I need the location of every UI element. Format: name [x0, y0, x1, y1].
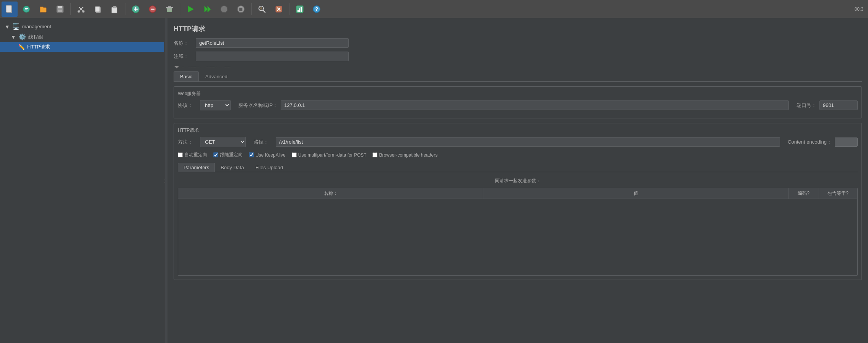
port-input[interactable] — [819, 100, 858, 110]
open-templates-btn[interactable] — [18, 2, 34, 17]
name-label: 名称： — [174, 40, 193, 47]
sep2 — [125, 3, 125, 15]
svg-rect-3 — [25, 8, 28, 9]
management-icon: 🖥️ — [12, 23, 20, 30]
web-server-row: 协议： http https 服务器名称或IP： 端口号： — [178, 100, 858, 110]
name-input[interactable] — [196, 38, 349, 48]
expand-icon: ▼ — [5, 24, 10, 30]
params-table-header: 名称： 值 编码? 包含等于? — [178, 188, 857, 199]
keep-alive-label: Use KeepAlive — [255, 152, 286, 158]
params-header-msg: 同请求一起发送参数： — [178, 175, 858, 186]
svg-point-25 — [221, 6, 228, 13]
stop-btn[interactable] — [216, 2, 232, 17]
comment-row: 注释： — [174, 52, 862, 61]
col-encode: 编码? — [788, 188, 819, 199]
svg-marker-40 — [174, 66, 179, 68]
sep5 — [289, 3, 289, 15]
svg-text:?: ? — [315, 6, 319, 12]
keep-alive-item: Use KeepAlive — [249, 152, 286, 158]
svg-rect-15 — [113, 6, 116, 8]
resize-handle[interactable]: ⋮⋮ — [164, 18, 167, 343]
protocol-select[interactable]: http https — [200, 100, 231, 110]
help-btn[interactable]: ? — [309, 2, 325, 17]
collapse-arrow[interactable]: ········································… — [174, 65, 862, 69]
http-request-title: HTTP请求 — [178, 127, 858, 134]
svg-point-2 — [23, 6, 29, 12]
svg-line-29 — [263, 10, 265, 13]
run-btn[interactable] — [182, 2, 198, 17]
col-name: 名称： — [178, 188, 483, 199]
cut-btn[interactable] — [73, 2, 89, 17]
main-tabs: Basic Advanced — [174, 71, 862, 82]
server-label: 服务器名称或IP： — [238, 102, 278, 109]
web-server-section: Web服务器 协议： http https 服务器名称或IP： 端口号： — [174, 86, 862, 118]
http-request-icon: ✏️ — [18, 44, 25, 50]
col-equals: 包含等于? — [819, 188, 857, 199]
clear-btn[interactable] — [161, 2, 177, 17]
svg-marker-22 — [188, 6, 193, 12]
follow-redirect-checkbox[interactable] — [213, 152, 218, 157]
stop-all-btn[interactable] — [233, 2, 249, 17]
new-file-btn[interactable] — [2, 2, 18, 17]
http-request-label: HTTP请求 — [27, 44, 50, 50]
auto-redirect-item: 自动重定向 — [178, 152, 207, 158]
sub-tab-parameters[interactable]: Parameters — [178, 163, 215, 172]
svg-point-10 — [78, 10, 80, 13]
sub-tab-files-upload[interactable]: Files Upload — [250, 163, 289, 172]
svg-rect-35 — [297, 10, 299, 12]
run-all-btn[interactable] — [199, 2, 215, 17]
multipart-checkbox[interactable] — [292, 152, 297, 157]
path-input[interactable] — [276, 137, 780, 147]
auto-redirect-checkbox[interactable] — [178, 152, 183, 157]
sidebar-item-threadgroup[interactable]: ▼ ⚙️ 线程组 — [0, 32, 164, 42]
sub-tab-body-data[interactable]: Body Data — [215, 163, 250, 172]
search-btn[interactable] — [254, 2, 270, 17]
remove-btn[interactable] — [145, 2, 161, 17]
params-table: 名称： 值 编码? 包含等于? — [178, 188, 858, 276]
browser-headers-checkbox[interactable] — [372, 152, 377, 157]
tab-basic[interactable]: Basic — [174, 71, 199, 81]
svg-marker-23 — [205, 6, 208, 12]
checkboxes-row: 自动重定向 跟随重定向 Use KeepAlive Use multipart/… — [178, 151, 858, 159]
svg-rect-7 — [58, 10, 62, 12]
params-header-text: 同请求一起发送参数： — [495, 178, 541, 184]
content-encoding-label: Content encoding： — [788, 139, 832, 146]
svg-point-11 — [82, 10, 85, 13]
sep1 — [70, 3, 71, 15]
method-label: 方法： — [178, 139, 197, 146]
sub-tabs: Parameters Body Data Files Upload — [178, 163, 858, 172]
add-btn[interactable] — [128, 2, 144, 17]
content-area: HTTP请求 名称： 注释： ·························… — [167, 18, 868, 343]
sidebar: ▼ 🖥️ management ▼ ⚙️ 线程组 ✏️ HTTP请求 — [0, 18, 164, 343]
svg-marker-24 — [208, 6, 211, 12]
clear-results-btn[interactable] — [271, 2, 287, 17]
sep4 — [251, 3, 252, 15]
method-path-row: 方法： GET POST PUT DELETE PATCH 路径： Conten… — [178, 137, 858, 147]
follow-redirect-item: 跟随重定向 — [213, 152, 243, 158]
paste-btn[interactable] — [107, 2, 123, 17]
svg-rect-4 — [25, 10, 27, 10]
svg-rect-6 — [58, 6, 62, 8]
method-select[interactable]: GET POST PUT DELETE PATCH — [200, 137, 246, 147]
protocol-label: 协议： — [178, 102, 197, 109]
params-table-body[interactable] — [178, 199, 857, 275]
comment-input[interactable] — [196, 52, 349, 61]
toolbar-time: 00:3 — [855, 6, 866, 12]
keep-alive-checkbox[interactable] — [249, 152, 254, 157]
web-server-title: Web服务器 — [178, 91, 858, 97]
tab-advanced[interactable]: Advanced — [199, 71, 234, 81]
content-encoding-input[interactable] — [835, 138, 858, 147]
copy-btn[interactable] — [90, 2, 106, 17]
thread-expand-icon: ▼ — [11, 34, 16, 40]
port-label: 端口号： — [796, 102, 816, 109]
save-btn[interactable] — [52, 2, 68, 17]
sidebar-item-http-request[interactable]: ✏️ HTTP请求 — [0, 42, 164, 52]
server-input[interactable] — [281, 100, 789, 110]
report-btn[interactable] — [292, 2, 308, 17]
open-file-btn[interactable] — [35, 2, 51, 17]
col-value: 值 — [483, 188, 788, 199]
sidebar-item-management[interactable]: ▼ 🖥️ management — [0, 21, 164, 32]
management-label: management — [22, 24, 51, 29]
dotted-line: ········································… — [181, 65, 231, 69]
page-title: HTTP请求 — [174, 24, 862, 34]
